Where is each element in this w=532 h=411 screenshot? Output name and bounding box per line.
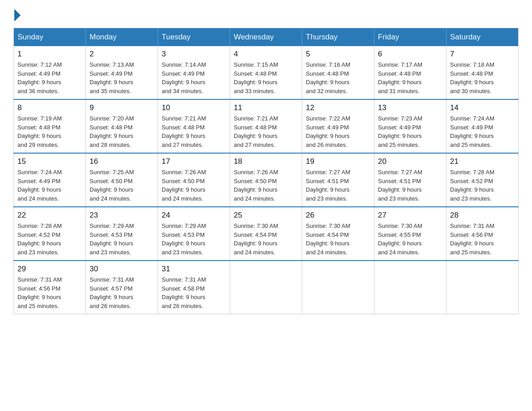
day-info: Sunrise: 7:18 AMSunset: 4:48 PMDaylight:… bbox=[450, 60, 515, 95]
day-info: Sunrise: 7:16 AMSunset: 4:48 PMDaylight:… bbox=[306, 60, 370, 95]
col-header-wednesday: Wednesday bbox=[230, 28, 302, 47]
day-cell: 9 Sunrise: 7:20 AMSunset: 4:48 PMDayligh… bbox=[86, 99, 158, 153]
day-number: 6 bbox=[378, 50, 442, 59]
day-cell: 15 Sunrise: 7:24 AMSunset: 4:49 PMDaylig… bbox=[14, 153, 86, 207]
day-number: 11 bbox=[234, 103, 298, 112]
week-row-2: 8 Sunrise: 7:19 AMSunset: 4:48 PMDayligh… bbox=[14, 99, 519, 153]
day-info: Sunrise: 7:22 AMSunset: 4:49 PMDaylight:… bbox=[306, 114, 370, 149]
day-number: 26 bbox=[306, 211, 370, 220]
day-cell: 31 Sunrise: 7:31 AMSunset: 4:58 PMDaylig… bbox=[158, 261, 230, 314]
day-cell: 2 Sunrise: 7:13 AMSunset: 4:49 PMDayligh… bbox=[86, 46, 158, 99]
day-cell: 13 Sunrise: 7:23 AMSunset: 4:49 PMDaylig… bbox=[374, 99, 446, 153]
logo-arrow-icon bbox=[14, 9, 21, 21]
day-number: 16 bbox=[90, 157, 154, 166]
week-row-4: 22 Sunrise: 7:28 AMSunset: 4:52 PMDaylig… bbox=[14, 207, 519, 261]
day-cell: 29 Sunrise: 7:31 AMSunset: 4:56 PMDaylig… bbox=[14, 261, 86, 314]
day-cell: 14 Sunrise: 7:24 AMSunset: 4:49 PMDaylig… bbox=[446, 99, 519, 153]
day-info: Sunrise: 7:30 AMSunset: 4:54 PMDaylight:… bbox=[234, 222, 298, 257]
day-number: 24 bbox=[162, 211, 226, 220]
day-cell: 5 Sunrise: 7:16 AMSunset: 4:48 PMDayligh… bbox=[302, 46, 374, 99]
day-cell bbox=[446, 261, 519, 314]
day-number: 3 bbox=[162, 50, 226, 59]
day-info: Sunrise: 7:17 AMSunset: 4:48 PMDaylight:… bbox=[378, 60, 442, 95]
day-number: 27 bbox=[378, 211, 442, 220]
day-number: 7 bbox=[450, 50, 515, 59]
day-number: 20 bbox=[378, 157, 442, 166]
day-info: Sunrise: 7:20 AMSunset: 4:48 PMDaylight:… bbox=[90, 114, 154, 149]
day-cell: 10 Sunrise: 7:21 AMSunset: 4:48 PMDaylig… bbox=[158, 99, 230, 153]
day-info: Sunrise: 7:27 AMSunset: 4:51 PMDaylight:… bbox=[306, 168, 370, 203]
day-cell: 27 Sunrise: 7:30 AMSunset: 4:55 PMDaylig… bbox=[374, 207, 446, 261]
day-info: Sunrise: 7:25 AMSunset: 4:50 PMDaylight:… bbox=[90, 168, 154, 203]
day-cell: 18 Sunrise: 7:26 AMSunset: 4:50 PMDaylig… bbox=[230, 153, 302, 207]
day-number: 10 bbox=[162, 103, 226, 112]
day-info: Sunrise: 7:30 AMSunset: 4:54 PMDaylight:… bbox=[306, 222, 370, 257]
day-number: 31 bbox=[162, 265, 226, 274]
day-cell: 24 Sunrise: 7:29 AMSunset: 4:53 PMDaylig… bbox=[158, 207, 230, 261]
day-cell: 26 Sunrise: 7:30 AMSunset: 4:54 PMDaylig… bbox=[302, 207, 374, 261]
day-info: Sunrise: 7:14 AMSunset: 4:49 PMDaylight:… bbox=[162, 60, 226, 95]
day-cell: 28 Sunrise: 7:31 AMSunset: 4:56 PMDaylig… bbox=[446, 207, 519, 261]
day-cell: 7 Sunrise: 7:18 AMSunset: 4:48 PMDayligh… bbox=[446, 46, 519, 99]
day-number: 8 bbox=[17, 103, 82, 112]
day-cell: 21 Sunrise: 7:28 AMSunset: 4:52 PMDaylig… bbox=[446, 153, 519, 207]
day-info: Sunrise: 7:24 AMSunset: 4:49 PMDaylight:… bbox=[450, 114, 515, 149]
day-info: Sunrise: 7:29 AMSunset: 4:53 PMDaylight:… bbox=[162, 222, 226, 257]
calendar-table: SundayMondayTuesdayWednesdayThursdayFrid… bbox=[13, 28, 519, 314]
day-number: 19 bbox=[306, 157, 370, 166]
logo bbox=[13, 9, 21, 19]
week-row-3: 15 Sunrise: 7:24 AMSunset: 4:49 PMDaylig… bbox=[14, 153, 519, 207]
day-number: 22 bbox=[17, 211, 82, 220]
day-cell: 22 Sunrise: 7:28 AMSunset: 4:52 PMDaylig… bbox=[14, 207, 86, 261]
day-info: Sunrise: 7:31 AMSunset: 4:56 PMDaylight:… bbox=[450, 222, 515, 257]
col-header-thursday: Thursday bbox=[302, 28, 374, 47]
day-number: 21 bbox=[450, 157, 515, 166]
day-number: 14 bbox=[450, 103, 515, 112]
week-row-5: 29 Sunrise: 7:31 AMSunset: 4:56 PMDaylig… bbox=[14, 261, 519, 314]
day-cell: 12 Sunrise: 7:22 AMSunset: 4:49 PMDaylig… bbox=[302, 99, 374, 153]
day-number: 1 bbox=[17, 50, 82, 59]
day-number: 18 bbox=[234, 157, 298, 166]
day-info: Sunrise: 7:13 AMSunset: 4:49 PMDaylight:… bbox=[90, 60, 154, 95]
day-info: Sunrise: 7:24 AMSunset: 4:49 PMDaylight:… bbox=[17, 168, 82, 203]
day-number: 13 bbox=[378, 103, 442, 112]
day-info: Sunrise: 7:23 AMSunset: 4:49 PMDaylight:… bbox=[378, 114, 442, 149]
day-info: Sunrise: 7:21 AMSunset: 4:48 PMDaylight:… bbox=[162, 114, 226, 149]
day-cell: 8 Sunrise: 7:19 AMSunset: 4:48 PMDayligh… bbox=[14, 99, 86, 153]
day-info: Sunrise: 7:31 AMSunset: 4:58 PMDaylight:… bbox=[162, 275, 226, 310]
day-cell: 17 Sunrise: 7:26 AMSunset: 4:50 PMDaylig… bbox=[158, 153, 230, 207]
day-info: Sunrise: 7:26 AMSunset: 4:50 PMDaylight:… bbox=[162, 168, 226, 203]
day-info: Sunrise: 7:12 AMSunset: 4:49 PMDaylight:… bbox=[17, 60, 82, 95]
day-number: 15 bbox=[17, 157, 82, 166]
day-number: 9 bbox=[90, 103, 154, 112]
day-cell: 3 Sunrise: 7:14 AMSunset: 4:49 PMDayligh… bbox=[158, 46, 230, 99]
day-info: Sunrise: 7:21 AMSunset: 4:48 PMDaylight:… bbox=[234, 114, 298, 149]
day-info: Sunrise: 7:30 AMSunset: 4:55 PMDaylight:… bbox=[378, 222, 442, 257]
day-number: 12 bbox=[306, 103, 370, 112]
day-cell: 20 Sunrise: 7:27 AMSunset: 4:51 PMDaylig… bbox=[374, 153, 446, 207]
day-cell: 6 Sunrise: 7:17 AMSunset: 4:48 PMDayligh… bbox=[374, 46, 446, 99]
day-cell: 30 Sunrise: 7:31 AMSunset: 4:57 PMDaylig… bbox=[86, 261, 158, 314]
day-info: Sunrise: 7:31 AMSunset: 4:57 PMDaylight:… bbox=[90, 275, 154, 310]
day-number: 17 bbox=[162, 157, 226, 166]
day-cell: 23 Sunrise: 7:29 AMSunset: 4:53 PMDaylig… bbox=[86, 207, 158, 261]
day-info: Sunrise: 7:29 AMSunset: 4:53 PMDaylight:… bbox=[90, 222, 154, 257]
day-info: Sunrise: 7:28 AMSunset: 4:52 PMDaylight:… bbox=[450, 168, 515, 203]
day-cell: 11 Sunrise: 7:21 AMSunset: 4:48 PMDaylig… bbox=[230, 99, 302, 153]
col-header-saturday: Saturday bbox=[446, 28, 519, 47]
day-number: 25 bbox=[234, 211, 298, 220]
day-info: Sunrise: 7:15 AMSunset: 4:48 PMDaylight:… bbox=[234, 60, 298, 95]
page-header bbox=[13, 9, 519, 19]
day-info: Sunrise: 7:26 AMSunset: 4:50 PMDaylight:… bbox=[234, 168, 298, 203]
day-cell: 19 Sunrise: 7:27 AMSunset: 4:51 PMDaylig… bbox=[302, 153, 374, 207]
day-number: 23 bbox=[90, 211, 154, 220]
week-row-1: 1 Sunrise: 7:12 AMSunset: 4:49 PMDayligh… bbox=[14, 46, 519, 99]
day-info: Sunrise: 7:31 AMSunset: 4:56 PMDaylight:… bbox=[17, 275, 82, 310]
col-header-friday: Friday bbox=[374, 28, 446, 47]
day-info: Sunrise: 7:19 AMSunset: 4:48 PMDaylight:… bbox=[17, 114, 82, 149]
day-info: Sunrise: 7:28 AMSunset: 4:52 PMDaylight:… bbox=[17, 222, 82, 257]
day-number: 29 bbox=[17, 265, 82, 274]
day-number: 30 bbox=[90, 265, 154, 274]
day-number: 2 bbox=[90, 50, 154, 59]
day-cell: 16 Sunrise: 7:25 AMSunset: 4:50 PMDaylig… bbox=[86, 153, 158, 207]
